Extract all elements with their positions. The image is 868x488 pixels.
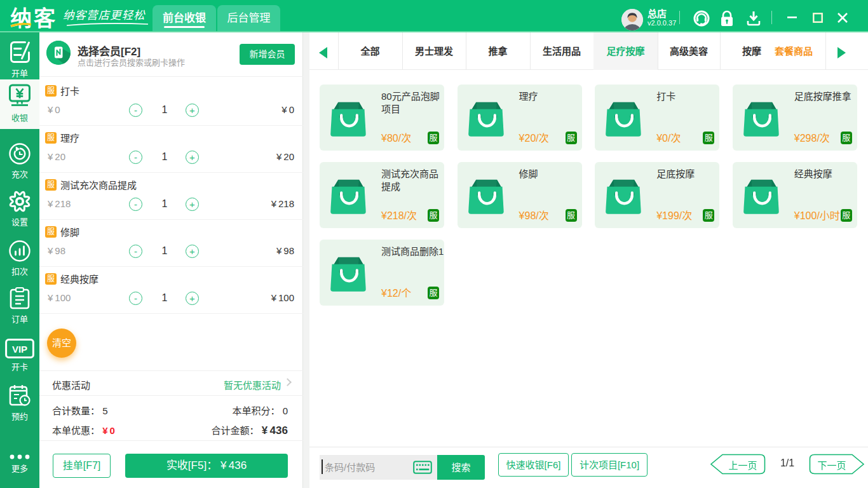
svg-text:VIP: VIP <box>12 344 27 355</box>
